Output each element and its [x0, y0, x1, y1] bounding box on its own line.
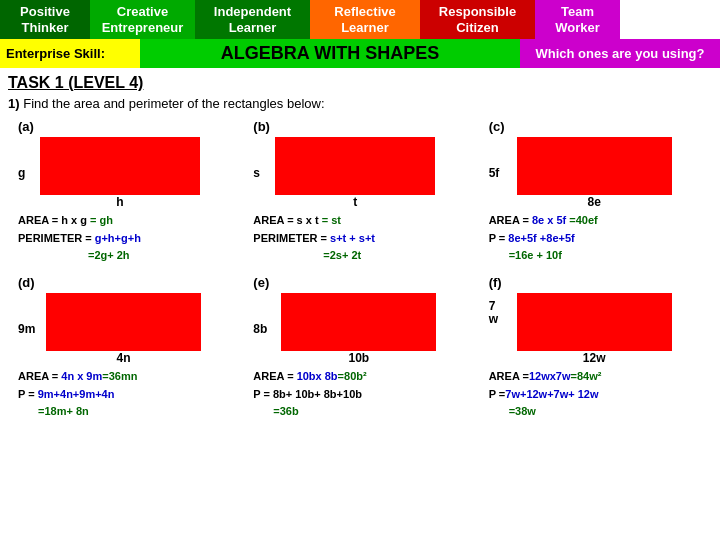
- tab-team-worker-label: TeamWorker: [555, 4, 600, 35]
- shape-a: (a) g h AREA = h x g = gh PERIMETER = g+…: [18, 119, 241, 265]
- which-ones-label: Which ones are you using?: [520, 39, 720, 68]
- task-instruction: 1) Find the area and perimeter of the re…: [8, 96, 712, 111]
- tab-positive-thinker[interactable]: PositiveThinker: [0, 0, 90, 39]
- shape-b-label: (b): [253, 119, 476, 134]
- shape-d-label: (d): [18, 275, 241, 290]
- shape-b: (b) s t AREA = s x t = st PERIMETER = s+…: [253, 119, 476, 265]
- shape-f-label: (f): [489, 275, 712, 290]
- task-title: TASK 1 (LEVEL 4): [8, 74, 712, 92]
- instruction-number: 1): [8, 96, 20, 111]
- enterprise-label: Enterprise Skill:: [0, 39, 140, 68]
- shape-e-left-label: 8b: [253, 322, 267, 336]
- shape-a-formulas: AREA = h x g = gh PERIMETER = g+h+g+h =2…: [18, 212, 241, 265]
- tab-reflective-learner-label: ReflectiveLearner: [334, 4, 395, 35]
- tab-creative-entrepreneur[interactable]: CreativeEntrepreneur: [90, 0, 195, 39]
- shape-f-left-label: 7w: [489, 300, 498, 326]
- shape-a-bottom-label: h: [40, 195, 200, 209]
- tab-creative-entrepreneur-label: CreativeEntrepreneur: [102, 4, 184, 35]
- instruction-text: Find the area and perimeter of the recta…: [23, 96, 324, 111]
- shape-c-left-label: 5f: [489, 166, 500, 180]
- main-content: TASK 1 (LEVEL 4) 1) Find the area and pe…: [0, 68, 720, 427]
- tab-responsible-citizen-label: ResponsibleCitizen: [439, 4, 516, 35]
- shape-a-left-label: g: [18, 166, 25, 180]
- shape-c-label: (c): [489, 119, 712, 134]
- shape-d-bottom-label: 4n: [46, 351, 201, 365]
- shape-c: (c) 5f 8e AREA = 8e x 5f =40ef P = 8e+5f…: [489, 119, 712, 265]
- shape-b-bottom-label: t: [275, 195, 435, 209]
- shape-e-label: (e): [253, 275, 476, 290]
- shape-b-rect: [275, 137, 435, 195]
- shape-a-rect: [40, 137, 200, 195]
- which-ones-text: Which ones are you using?: [535, 46, 704, 61]
- shape-a-label: (a): [18, 119, 241, 134]
- shape-d-rect: [46, 293, 201, 351]
- shape-b-left-label: s: [253, 166, 260, 180]
- shape-f-rect: [517, 293, 672, 351]
- shape-c-rect: [517, 137, 672, 195]
- algebra-title-text: ALGEBRA WITH SHAPES: [221, 43, 439, 64]
- enterprise-label-text: Enterprise Skill:: [6, 46, 105, 61]
- tab-positive-thinker-label: PositiveThinker: [20, 4, 70, 35]
- shape-f-bottom-label: 12w: [517, 351, 672, 365]
- tab-team-worker[interactable]: TeamWorker: [535, 0, 620, 39]
- shape-d-left-label: 9m: [18, 322, 35, 336]
- shape-f: (f) 7w 12w AREA =12wx7w=84w² P =7w+12w+7…: [489, 275, 712, 421]
- tab-responsible-citizen[interactable]: ResponsibleCitizen: [420, 0, 535, 39]
- algebra-title: ALGEBRA WITH SHAPES: [140, 39, 520, 68]
- shape-e-bottom-label: 10b: [281, 351, 436, 365]
- task-title-text: TASK 1 (LEVEL 4): [8, 74, 143, 91]
- shape-c-bottom-label: 8e: [517, 195, 672, 209]
- tab-independent-learner-label: IndependentLearner: [214, 4, 291, 35]
- shape-c-formulas: AREA = 8e x 5f =40ef P = 8e+5f +8e+5f =1…: [489, 212, 712, 265]
- tab-independent-learner[interactable]: IndependentLearner: [195, 0, 310, 39]
- header-tabs: PositiveThinker CreativeEntrepreneur Ind…: [0, 0, 720, 39]
- shape-f-formulas: AREA =12wx7w=84w² P =7w+12w+7w+ 12w =38w: [489, 368, 712, 421]
- shape-e-rect: [281, 293, 436, 351]
- shape-d: (d) 9m 4n AREA = 4n x 9m=36mn P = 9m+4n+…: [18, 275, 241, 421]
- shape-e: (e) 8b 10b AREA = 10bx 8b=80b² P = 8b+ 1…: [253, 275, 476, 421]
- tab-reflective-learner[interactable]: ReflectiveLearner: [310, 0, 420, 39]
- shape-b-formulas: AREA = s x t = st PERIMETER = s+t + s+t …: [253, 212, 476, 265]
- second-row: Enterprise Skill: ALGEBRA WITH SHAPES Wh…: [0, 39, 720, 68]
- shape-e-formulas: AREA = 10bx 8b=80b² P = 8b+ 10b+ 8b+10b …: [253, 368, 476, 421]
- shape-d-formulas: AREA = 4n x 9m=36mn P = 9m+4n+9m+4n =18m…: [18, 368, 241, 421]
